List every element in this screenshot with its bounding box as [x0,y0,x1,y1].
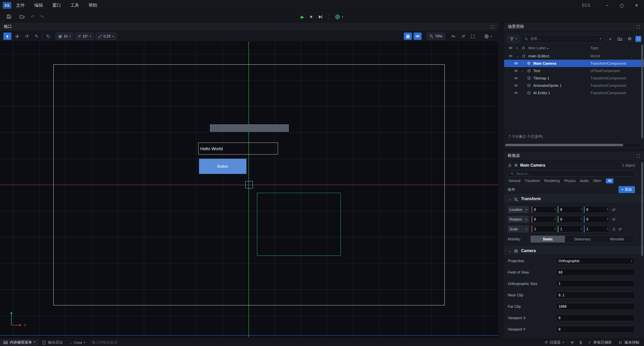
viewport-y-input[interactable]: 0 [556,326,635,333]
world-view-dropdown[interactable]: ▾ [481,33,495,40]
tab-physics[interactable]: Physics [564,179,576,183]
viewport-canvas[interactable]: Hello World Button ✕ [0,42,498,337]
tag-tool-button[interactable] [44,33,52,40]
transform-section-header[interactable]: ⌄ Transform [504,194,644,203]
rotation-dropdown[interactable]: Rotation ▾ [508,216,529,223]
hierarchy-row-text[interactable]: › Text UITextComponent [504,67,644,74]
menu-help[interactable]: 帮助 [84,0,102,11]
minimize-button[interactable]: – [600,0,614,11]
visibility-toggle-button[interactable] [414,33,422,40]
spinner-icon[interactable] [554,208,556,211]
output-log-button[interactable]: 输出日志 [39,339,66,346]
add-component-button[interactable]: + 添加 [619,186,635,193]
tab-other[interactable]: Other [593,179,601,183]
scale-z-field[interactable]: 1 [584,226,609,232]
filter-dropdown[interactable]: ▾ [507,35,519,43]
grid-size-dropdown[interactable]: ▦ 10 ▾ [56,33,73,40]
scene-region-rect[interactable] [257,193,341,256]
stats-button[interactable] [449,33,458,40]
hierarchy-row-tilemap[interactable]: Tilemap 1 TransformComponent [504,74,644,82]
stop-button[interactable]: ■ [310,14,312,19]
type-column-header[interactable]: Type [590,46,598,50]
viewport-expand-button[interactable] [490,25,494,29]
angle-snap-dropdown[interactable]: ↺ 15° ▾ [75,33,94,40]
spinner-icon[interactable] [607,208,608,211]
spinner-icon[interactable] [554,227,556,230]
scene-button-object[interactable]: Button [199,159,247,174]
menu-window[interactable]: 窗口 [48,0,66,11]
projection-dropdown[interactable]: Orthographic ▾ [556,257,635,264]
hierarchy-expand-button[interactable] [636,25,640,29]
add-entity-button[interactable]: + [606,35,614,43]
link-axes-icon[interactable]: ⇄ [619,227,622,231]
redo-button[interactable]: ↷ [40,14,44,19]
play-button[interactable]: ▶ [301,14,304,19]
expand-chevron[interactable]: › [522,69,523,73]
scene-slider-object[interactable] [210,124,289,132]
tab-all[interactable]: All [606,178,613,183]
close-button[interactable]: ✕ [629,0,644,11]
hierarchy-search-input[interactable]: 搜索... ▾ [521,35,604,43]
spinner-icon[interactable] [607,218,608,220]
audio-input-button[interactable] [577,339,585,346]
scale-y-field[interactable]: 1 [558,226,583,232]
cmd-dropdown[interactable]: ⌄ Cmd ▾ [66,339,89,346]
orthographic-size-input[interactable]: 1 [556,280,635,287]
reset-view-button[interactable]: ↺ [459,33,467,40]
hierarchy-settings-button[interactable]: ⚙ [626,35,634,43]
inspector-expand-button[interactable] [636,154,640,158]
hscrollbar-thumb[interactable] [505,144,623,146]
spinner-icon[interactable] [581,208,582,211]
new-folder-button[interactable] [616,35,624,43]
edit-tool-button[interactable]: ✎ [33,33,41,40]
spinner-icon[interactable] [581,218,582,220]
visibility-toggle[interactable] [514,69,518,73]
menu-file[interactable]: 文件 [11,0,30,11]
rotation-z-field[interactable]: 0 [584,216,609,223]
zoom-control[interactable]: 79% [427,33,445,40]
grid-toggle-button[interactable]: ▦ [404,33,412,40]
mobility-static[interactable]: Static [531,236,565,242]
content-drawer-button[interactable]: 内容侧滑菜单 ^ [0,339,39,346]
location-x-field[interactable]: 0 [532,206,557,213]
lock-scale-icon[interactable] [612,227,616,231]
step-button[interactable] [318,14,323,19]
visibility-toggle[interactable] [514,91,518,95]
save-status[interactable]: ✓ 所有已保存 [585,339,615,346]
inspector-search-input[interactable]: Search... [508,170,635,177]
visibility-toggle[interactable] [514,76,518,80]
location-z-field[interactable]: 0 [584,206,609,213]
scale-x-field[interactable]: 1 [532,226,557,232]
undo-button[interactable]: ↶ [31,14,35,19]
spinner-icon[interactable] [581,227,582,230]
move-tool-button[interactable] [13,33,21,40]
network-status-button[interactable] [568,339,577,346]
select-tool-button[interactable] [3,33,11,40]
tab-audio[interactable]: Audio [580,179,589,183]
hierarchy-hscrollbar[interactable] [505,144,639,146]
link-axes-icon[interactable]: ⇄ [612,207,615,212]
hierarchy-row-main-camera[interactable]: ⚙ Main Camera TransformComponent [504,60,644,67]
far-clip-input[interactable]: 1000 [556,303,635,310]
link-axes-icon[interactable]: ⇄ [612,217,615,222]
location-dropdown[interactable]: Location ▾ [508,206,529,213]
launch-target-dropdown[interactable]: ▾ [335,14,343,20]
visibility-toggle[interactable] [508,54,513,58]
maximize-button[interactable]: ▢ [614,0,629,11]
visibility-toggle[interactable] [514,61,518,66]
selection-anchor-rect[interactable] [245,181,253,188]
hierarchy-row-animatedsprite[interactable]: AnimatedSprite 1 TransformComponent [504,82,644,89]
scene-text-object[interactable]: Hello World [198,142,278,155]
mobility-stationary[interactable]: Stationary [565,236,600,242]
field-of-view-input[interactable]: 60 [556,269,635,276]
scale-snap-dropdown[interactable]: 0.25 ▾ [96,33,116,40]
visibility-toggle[interactable] [514,83,518,88]
tab-transform[interactable]: Transform [525,179,540,183]
rotate-tool-button[interactable]: ↺ [23,33,31,40]
fullscreen-button[interactable] [469,33,477,40]
history-dropdown[interactable]: ↺ 回退器 ▾ [541,339,568,346]
hierarchy-row-ai-entity[interactable]: AI Entity 1 TransformComponent [504,89,644,97]
version-control-button[interactable]: 版本控制 [615,339,644,346]
rotation-y-field[interactable]: 0 [558,216,583,223]
camera-section-header[interactable]: ⌄ Camera [504,246,644,255]
